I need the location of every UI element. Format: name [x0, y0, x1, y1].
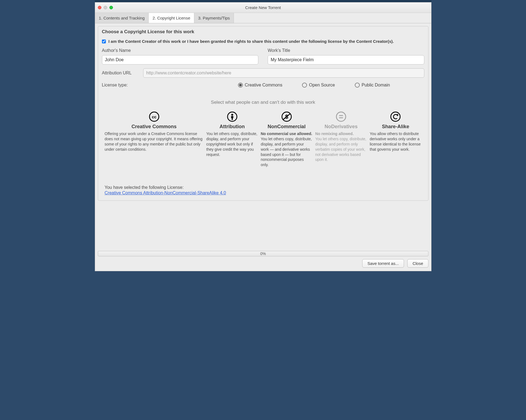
traffic-lights [98, 6, 113, 9]
noderivatives-bold: No remixing allowed. [315, 131, 354, 136]
tab-bar: 1. Contents and Tracking 2. Copyright Li… [95, 13, 431, 23]
selected-license-link[interactable]: Creative Commons Attribution-NonCommerci… [105, 191, 226, 195]
radio-public-domain[interactable]: Public Domain [355, 83, 390, 88]
noncommercial-title: NonCommercial [268, 124, 306, 130]
license-radio-group: Creative Commons Open Source Public Doma… [238, 83, 390, 88]
consent-checkbox[interactable] [102, 40, 106, 43]
radio-dot-icon [302, 83, 307, 88]
author-name-label: Author's Name [102, 48, 259, 53]
option-sharealike[interactable]: Share-Alike You allow others to distribu… [370, 111, 421, 167]
panel-heading: Choose a Copyright License for this work [102, 29, 424, 37]
radio-creative-commons[interactable]: Creative Commons [238, 83, 283, 88]
save-torrent-button[interactable]: Save torrent as... [362, 259, 404, 268]
option-noncommercial[interactable]: $ NonCommercial No commercial use allowe… [261, 111, 312, 167]
tab-payments-tips[interactable]: 3. Payments/Tips [194, 13, 234, 23]
radio-dot-icon [238, 83, 243, 88]
sharealike-icon [390, 111, 401, 122]
sharealike-desc: You allow others to distribute derivativ… [370, 131, 421, 152]
work-title-label: Work's Title [268, 48, 424, 53]
cc-title: Creative Commons [131, 124, 176, 130]
radio-cc-label: Creative Commons [245, 83, 283, 88]
license-type-row: License type: Creative Commons Open Sour… [102, 83, 424, 88]
titlebar: Create New Torrent [95, 2, 431, 13]
cc-desc: Offering your work under a Creative Comm… [105, 131, 204, 152]
attribution-title: Attribution [220, 124, 245, 130]
footer-buttons: Save torrent as... Close [95, 256, 431, 271]
selected-license-label: You have selected the following License: [105, 185, 424, 190]
svg-point-10 [391, 112, 400, 121]
svg-marker-11 [397, 114, 398, 116]
option-creative-commons: cc Creative Commons Offering your work u… [105, 111, 204, 167]
name-title-row: Author's Name Work's Title [102, 48, 424, 65]
noderivatives-icon [336, 111, 347, 122]
sharealike-title: Share-Alike [382, 124, 409, 130]
noderivatives-title: NoDerivatives [325, 124, 358, 130]
tab-contents-tracking[interactable]: 1. Contents and Tracking [95, 13, 149, 23]
selected-license-block: You have selected the following License:… [102, 185, 424, 195]
radio-dot-icon [355, 83, 360, 88]
noncommercial-icon: $ [281, 111, 292, 122]
section-caption: Select what people can and can't do with… [102, 100, 424, 105]
progress-text: 0% [260, 251, 266, 256]
radio-open-source[interactable]: Open Source [302, 83, 335, 88]
noncommercial-text: You let others copy, distribute, display… [261, 137, 312, 167]
dialog-window: Create New Torrent 1. Contents and Track… [95, 2, 431, 271]
radio-os-label: Open Source [309, 83, 335, 88]
attribution-icon [227, 111, 238, 122]
consent-label: I am the Content Creator of this work or… [109, 38, 394, 44]
cc-options-grid: cc Creative Commons Offering your work u… [102, 111, 424, 167]
work-title-input[interactable] [268, 55, 424, 65]
option-attribution[interactable]: Attribution You let others copy, distrib… [206, 111, 258, 167]
noncommercial-bold: No commercial use allowed. [261, 131, 312, 136]
attribution-url-row: Attribution URL [102, 68, 424, 78]
option-noderivatives[interactable]: NoDerivatives No remixing allowed. You l… [315, 111, 367, 167]
noncommercial-desc: No commercial use allowed. You let other… [261, 131, 312, 167]
author-name-input[interactable] [102, 55, 259, 65]
tab-copyright-license[interactable]: 2. Copyright License [149, 13, 194, 23]
close-button[interactable]: Close [407, 259, 428, 268]
svg-text:cc: cc [152, 114, 156, 119]
attribution-url-input[interactable] [143, 68, 424, 78]
noderivatives-text: You let others copy, distribute, display… [315, 137, 366, 162]
attribution-url-label: Attribution URL [102, 71, 132, 75]
content-area: Choose a Copyright License for this work… [95, 23, 431, 249]
license-panel: Choose a Copyright License for this work… [98, 26, 428, 201]
cc-logo-icon: cc [149, 111, 160, 122]
progress-bar: 0% [98, 251, 428, 256]
consent-row: I am the Content Creator of this work or… [102, 38, 424, 44]
noderivatives-desc: No remixing allowed. You let others copy… [315, 131, 367, 162]
svg-point-3 [231, 114, 233, 116]
window-title: Create New Torrent [245, 5, 281, 10]
zoom-window-button[interactable] [109, 6, 113, 9]
radio-pd-label: Public Domain [362, 83, 390, 88]
close-window-button[interactable] [98, 6, 101, 9]
attribution-desc: You let others copy, distribute, display… [206, 131, 258, 157]
desktop-background-strip [95, 0, 431, 2]
license-type-label: License type: [102, 83, 227, 88]
minimize-window-button[interactable] [104, 6, 107, 9]
svg-point-7 [336, 112, 346, 121]
progress-row: 0% [95, 249, 431, 256]
